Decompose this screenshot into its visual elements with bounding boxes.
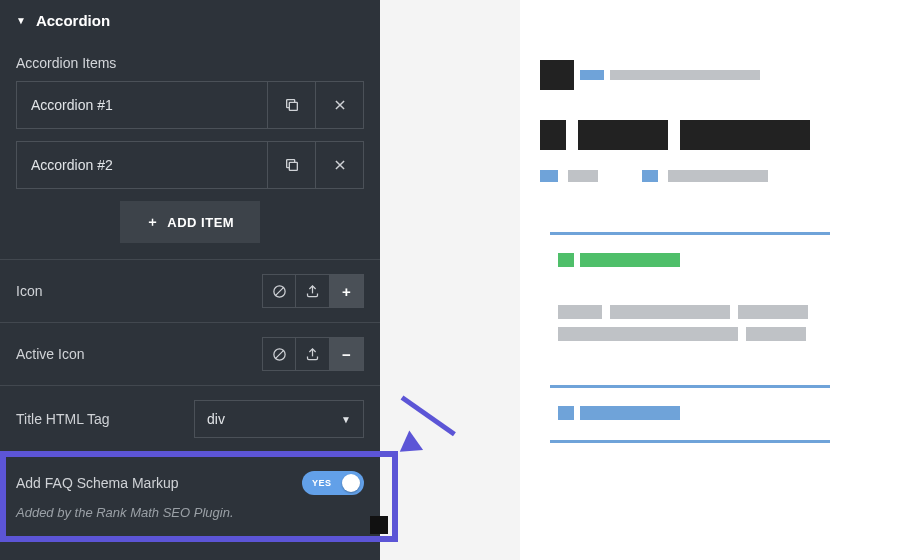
faq-toggle[interactable]: YES [302,471,364,495]
icon-upload-button[interactable] [296,337,330,371]
accordion-item-title[interactable]: Accordion #2 [17,142,267,188]
preview-pane [520,0,900,560]
remove-button[interactable] [315,82,363,128]
items-label: Accordion Items [16,47,364,81]
duplicate-button[interactable] [267,82,315,128]
remove-button[interactable] [315,142,363,188]
annotation-arrow [402,395,466,400]
add-item-label: ADD ITEM [167,215,234,230]
minus-icon: − [342,346,351,363]
icon-none-button[interactable] [262,337,296,371]
icon-control: Icon + [0,260,380,323]
icon-segmented-control: + [262,274,364,308]
section-title: Accordion [36,12,110,29]
svg-rect-0 [289,102,297,110]
icon-none-button[interactable] [262,274,296,308]
title-tag-label: Title HTML Tag [16,411,110,427]
toggle-value: YES [312,478,332,488]
close-icon [333,158,347,172]
faq-schema-block: Add FAQ Schema Markup YES Added by the R… [0,453,380,540]
plus-icon: + [342,283,351,300]
editor-sidebar: ▼ Accordion Accordion Items Accordion #1… [0,0,380,560]
accordion-item: Accordion #2 [16,141,364,189]
section-header-accordion[interactable]: ▼ Accordion [0,0,380,39]
icon-upload-button[interactable] [296,274,330,308]
add-item-button[interactable]: ＋ ADD ITEM [120,201,260,243]
svg-rect-1 [289,162,297,170]
plus-icon: ＋ [146,213,160,231]
icon-plus-button[interactable]: + [330,274,364,308]
active-icon-segmented-control: − [262,337,364,371]
caret-down-icon: ▼ [16,15,26,26]
none-icon [272,284,287,299]
accordion-item: Accordion #1 [16,81,364,129]
copy-icon [284,97,300,113]
upload-icon [305,284,320,299]
copy-icon [284,157,300,173]
title-tag-select[interactable]: div ▼ [194,400,364,438]
chevron-down-icon: ▼ [341,414,351,425]
faq-caption: Added by the Rank Math SEO Plugin. [16,505,364,520]
upload-icon [305,347,320,362]
icon-label: Icon [16,283,42,299]
none-icon [272,347,287,362]
accordion-items-panel: Accordion Items Accordion #1 Accordion #… [0,39,380,260]
active-icon-control: Active Icon − [0,323,380,386]
resize-handle[interactable] [370,516,388,534]
duplicate-button[interactable] [267,142,315,188]
title-tag-value: div [207,411,225,427]
active-icon-label: Active Icon [16,346,84,362]
close-icon [333,98,347,112]
icon-minus-button[interactable]: − [330,337,364,371]
highlight-overlay [0,451,398,542]
faq-label: Add FAQ Schema Markup [16,475,179,491]
title-tag-control: Title HTML Tag div ▼ [0,386,380,453]
accordion-item-title[interactable]: Accordion #1 [17,82,267,128]
toggle-knob [342,474,360,492]
